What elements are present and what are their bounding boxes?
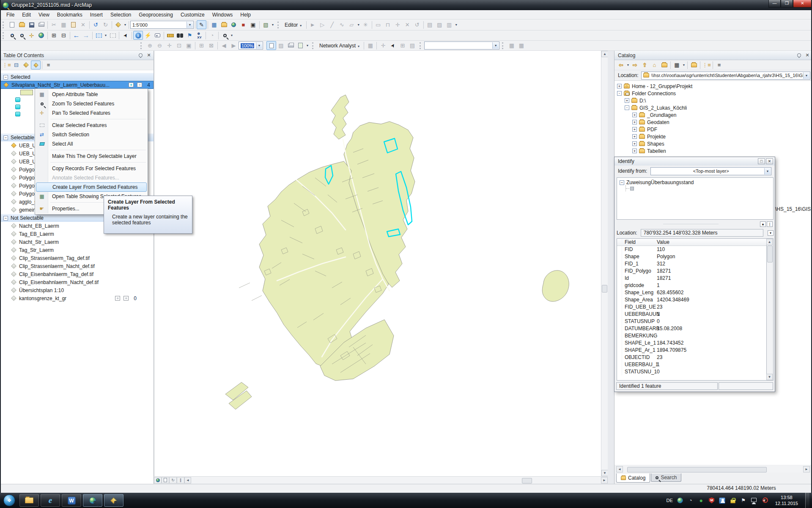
attribute-row[interactable]: DATUMBEARB 15.08.2008 <box>617 325 766 332</box>
layout-view-icon[interactable] <box>162 477 169 483</box>
catalog-close-icon[interactable]: ✕ <box>804 52 810 58</box>
taskbar-ie-button[interactable]: e <box>41 494 60 507</box>
menu-item[interactable]: Insert <box>86 11 107 19</box>
scroll-down-icon[interactable]: ▼ <box>766 374 773 380</box>
catalog-window-icon[interactable] <box>219 20 229 29</box>
redo-icon[interactable]: ↻ <box>101 20 110 29</box>
toc-layer-row[interactable]: Übersichtsplan 1:10 <box>0 286 154 294</box>
list-by-selection-icon[interactable] <box>31 61 41 69</box>
fixed-zoom-out-icon[interactable]: ⊟ <box>59 31 69 40</box>
attribute-row[interactable]: STATUSNUP 0 <box>617 318 766 325</box>
vertical-scroll-thumb[interactable] <box>602 285 607 293</box>
menu-open-attribute-table[interactable]: ▦Open Attribute Table <box>36 90 147 99</box>
toc-layer-row[interactable]: Clip_Eisenbahnlaerm_Tag_def.tif <box>0 270 154 278</box>
identify-title-bar[interactable]: Identify □ ✕ <box>614 157 775 166</box>
toc-group-selected[interactable]: − Selected <box>0 73 154 81</box>
expand-icon[interactable]: + <box>617 84 622 88</box>
attribute-row[interactable]: FID_UEB_UE 23 <box>617 304 766 311</box>
fixed-zoom-in-icon[interactable]: ⊞ <box>49 31 59 40</box>
catalog-tree-item[interactable]: + Home - 12_Gruppe\Projekt <box>614 83 812 90</box>
map-scale-combobox[interactable]: 1:5'000 ▼ <box>130 21 194 29</box>
collapse-icon[interactable]: − <box>3 135 8 140</box>
map-horizontal-scrollbar[interactable]: ↻ ∥ ◄ ► <box>154 476 608 483</box>
selection-badge-icon[interactable] <box>129 83 134 87</box>
full-extent-globe-icon[interactable] <box>36 31 46 40</box>
attribute-row[interactable]: FID 110 <box>617 246 766 253</box>
model-builder-icon[interactable]: ▧ <box>261 20 271 29</box>
lock-icon[interactable] <box>730 497 736 504</box>
menu-item[interactable]: Bookmarks <box>53 11 86 19</box>
scroll-thumb[interactable] <box>767 246 773 262</box>
toc-layer-kantonsgrenze[interactable]: kantonsgrenze_kt_gr 0 <box>0 294 154 302</box>
catalog-tree-item[interactable]: + Tabellen <box>614 147 812 155</box>
add-data-icon[interactable] <box>113 20 123 29</box>
mcafee-shield-icon[interactable]: M <box>708 497 715 504</box>
layout-overflow-icon[interactable]: ▼ <box>305 41 310 50</box>
attribute-row[interactable]: UEBERBAU_1 1 <box>617 361 766 368</box>
paste-icon[interactable] <box>69 20 78 29</box>
toc-layer-row[interactable]: Tag_Str_Laerm <box>0 246 154 254</box>
toc-layer-row[interactable]: Clip_Strassenlaerm_Nacht_def.tif <box>0 262 154 270</box>
pin-result-icon[interactable]: ❘ <box>767 221 773 227</box>
close-button[interactable]: ✕ <box>793 0 812 8</box>
menu-item[interactable]: View <box>35 11 53 19</box>
attribute-row[interactable]: SHAPE_Ar_1 1894.709875 <box>617 347 766 354</box>
delete-icon[interactable]: ✕ <box>78 20 88 29</box>
attribute-row[interactable]: Shape_Area 14204.348469 <box>617 296 766 304</box>
menu-item[interactable]: File <box>3 11 18 19</box>
back-icon[interactable]: ⇦ <box>616 61 626 69</box>
network-globe-icon[interactable] <box>677 497 683 504</box>
go-forward-extent-icon[interactable]: → <box>81 31 91 40</box>
table-toolbar-grip[interactable] <box>502 42 505 49</box>
menu-clear-selected[interactable]: Clear Selected Features <box>36 121 147 130</box>
toggle-tree-icon[interactable]: ⋮≡ <box>702 61 711 69</box>
up-one-level-icon[interactable]: ⇧ <box>640 61 650 69</box>
scroll-up-icon[interactable]: ▲ <box>601 51 608 57</box>
map-view[interactable] <box>154 51 601 476</box>
table-of-contents-window-icon[interactable]: ▦ <box>209 20 219 29</box>
value-column-header[interactable]: Value <box>654 239 766 246</box>
menu-create-layer-from-selected[interactable]: Create Layer From Selected Features <box>36 182 147 192</box>
arctoolbox-icon[interactable]: ■ <box>239 20 248 29</box>
menu-item[interactable]: Geoprocessing <box>135 11 177 19</box>
toc-layer-silvaplana[interactable]: Silvaplana_Nacht_Str_Laerm_Ueberbauu... … <box>0 81 154 89</box>
map-vertical-scrollbar[interactable]: ▲ ▼ <box>601 51 608 476</box>
tools-toolbar-grip[interactable] <box>3 32 5 39</box>
expand-icon[interactable]: + <box>632 120 637 124</box>
find-binoculars-icon[interactable] <box>175 31 185 40</box>
find-route-flag-icon[interactable]: ⚑ <box>185 31 195 40</box>
catalog-tree-item[interactable]: + _Grundlagen <box>614 111 812 119</box>
catalog-tree-item[interactable]: - Folder Connections <box>614 90 812 97</box>
network-status-icon[interactable] <box>751 497 757 504</box>
tab-catalog[interactable]: Catalog <box>616 473 650 483</box>
open-button[interactable] <box>17 20 27 29</box>
location-combobox[interactable]: \\hsr.ch\root\auw\sgr\unterricht\Student… <box>641 72 810 80</box>
attribute-row[interactable]: Shape Polygon <box>617 253 766 260</box>
expand-icon[interactable]: + <box>632 141 637 146</box>
list-by-source-icon[interactable]: ⊟ <box>11 61 21 69</box>
network-analyst-menu-button[interactable]: Network Analyst ▼ <box>317 43 362 49</box>
attribute-row[interactable]: Id 18271 <box>617 275 766 282</box>
toc-layer-row[interactable]: Nacht_Str_Laerm <box>0 238 154 246</box>
volume-muted-icon[interactable] <box>761 497 768 504</box>
attribute-row[interactable]: FID_1 312 <box>617 260 766 268</box>
catalog-tree-item[interactable]: + Geodaten <box>614 119 812 126</box>
attribute-row[interactable]: BEMERKUNG <box>617 332 766 340</box>
expand-icon[interactable]: - <box>625 105 629 110</box>
horizontal-scroll-thumb[interactable] <box>522 478 532 483</box>
new-map-button[interactable] <box>7 20 17 29</box>
zoom-out-icon[interactable] <box>17 31 27 40</box>
select-features-dropdown-icon[interactable]: ▼ <box>104 31 108 40</box>
search-window-icon[interactable] <box>229 20 239 29</box>
selection-badge-icon[interactable] <box>115 296 120 301</box>
menu-item[interactable]: Windows <box>208 11 237 19</box>
measure-ruler-icon[interactable] <box>165 31 175 40</box>
print-preview-icon[interactable] <box>296 41 305 50</box>
pin-icon[interactable] <box>796 52 802 58</box>
editor-menu-button[interactable]: Editor ▼ <box>282 22 305 28</box>
taskbar-arcmap-button[interactable] <box>83 494 102 507</box>
back-dropdown-icon[interactable]: ▼ <box>626 61 630 69</box>
home-icon[interactable]: ⌂ <box>650 61 659 69</box>
identify-splitter[interactable]: ▲ ❘ <box>617 221 774 227</box>
menu-make-only-selectable[interactable]: Make This The Only Selectable Layer <box>36 152 147 161</box>
